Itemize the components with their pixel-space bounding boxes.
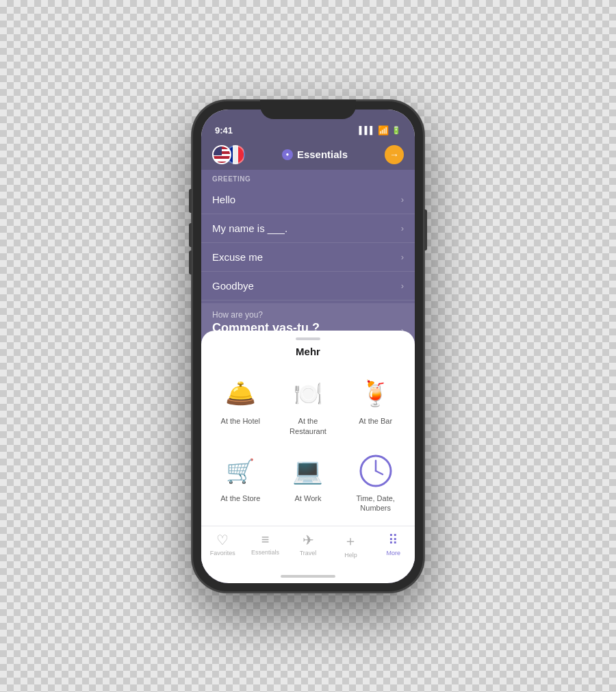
favorites-icon: ♡: [216, 532, 229, 548]
phrase-text: Goodbye: [212, 280, 254, 292]
header-title-text: Essentials: [297, 149, 348, 160]
phrase-text: Hello: [212, 194, 235, 205]
header-title: ● Essentials: [282, 149, 348, 160]
tab-travel[interactable]: ✈ Travel: [287, 530, 329, 560]
phrase-row[interactable]: Hello ›: [201, 185, 415, 214]
travel-label: Travel: [300, 550, 317, 556]
work-icon: 💻: [290, 452, 326, 489]
grid-item-hotel[interactable]: 🛎️ At the Hotel: [208, 368, 273, 443]
status-icons: ▌▌▌ 📶 🔋: [359, 125, 401, 136]
grid-item-work[interactable]: 💻 At Work: [276, 446, 341, 520]
time-icon: [357, 452, 394, 489]
sheet-grid: 🛎️ At the Hotel 🍽️ At theRestaurant 🍹 At…: [201, 368, 415, 520]
battery-icon: 🔋: [392, 126, 401, 135]
phrase-row[interactable]: Excuse me ›: [201, 243, 415, 272]
help-icon: ＋: [344, 532, 357, 550]
phrase-text: My name is ___.: [212, 222, 287, 234]
home-indicator-area: [201, 569, 415, 583]
section-label: GREETING: [201, 170, 415, 185]
restaurant-label: At theRestaurant: [290, 416, 326, 436]
more-icon: ⠿: [388, 532, 398, 548]
wifi-icon: 📶: [378, 125, 389, 136]
screen: 9:41 ▌▌▌ 📶 🔋 ● Essentials: [201, 110, 415, 583]
phrase-text: Excuse me: [212, 251, 263, 263]
bar-label: At the Bar: [359, 416, 392, 426]
notch: [260, 100, 356, 119]
tab-essentials[interactable]: ≡ Essentials: [244, 530, 286, 560]
grid-item-time[interactable]: Time, Date,Numbers: [343, 446, 408, 520]
chevron-icon: ›: [401, 281, 404, 291]
grid-item-restaurant[interactable]: 🍽️ At theRestaurant: [276, 368, 341, 443]
phone-shell: 9:41 ▌▌▌ 📶 🔋 ● Essentials: [192, 100, 424, 593]
signal-icon: ▌▌▌: [359, 126, 375, 134]
essentials-dot: ●: [282, 149, 293, 160]
next-arrow: →: [389, 149, 399, 160]
bottom-sheet: Mehr 🛎️ At the Hotel 🍽️ At theRestaurant: [201, 331, 415, 582]
phrase-row[interactable]: Goodbye ›: [201, 272, 415, 300]
bar-icon: 🍹: [357, 375, 394, 412]
store-icon: 🛒: [222, 452, 259, 489]
language-flags[interactable]: [212, 145, 245, 164]
chevron-icon: ›: [401, 194, 404, 205]
tab-help[interactable]: ＋ Help: [329, 530, 372, 560]
flag-us: [212, 145, 231, 164]
status-time: 9:41: [215, 125, 233, 136]
more-label: More: [387, 550, 401, 556]
app-header: ● Essentials →: [201, 140, 415, 170]
work-label: At Work: [295, 494, 322, 503]
sheet-title: Mehr: [201, 346, 415, 357]
help-label: Help: [344, 552, 357, 559]
featured-phrase-label: How are you?: [212, 310, 320, 320]
grid-item-store[interactable]: 🛒 At the Store: [208, 446, 273, 520]
next-button[interactable]: →: [385, 145, 404, 164]
travel-icon: ✈: [303, 532, 314, 548]
hotel-icon: 🛎️: [222, 375, 259, 412]
tab-favorites[interactable]: ♡ Favorites: [201, 530, 244, 560]
store-label: At the Store: [220, 494, 260, 503]
phrase-row[interactable]: My name is ___. ›: [201, 214, 415, 243]
favorites-label: Favorites: [210, 550, 235, 556]
essentials-icon: ≡: [261, 532, 270, 548]
grid-item-bar[interactable]: 🍹 At the Bar: [343, 368, 408, 443]
chevron-icon: ›: [401, 223, 404, 233]
chevron-icon: ›: [401, 252, 404, 262]
time-label: Time, Date,Numbers: [356, 494, 394, 513]
restaurant-icon: 🍽️: [290, 375, 326, 412]
tab-bar: ♡ Favorites ≡ Essentials ✈ Travel ＋ Help: [201, 526, 415, 569]
svg-line-2: [376, 471, 383, 474]
hotel-label: At the Hotel: [221, 416, 260, 426]
essentials-label: Essentials: [251, 549, 279, 556]
home-indicator: [281, 575, 335, 578]
main-content: GREETING Hello › My name is ___. › Excus…: [201, 170, 415, 583]
sheet-handle: [296, 337, 320, 340]
tab-more[interactable]: ⠿ More: [372, 530, 415, 560]
